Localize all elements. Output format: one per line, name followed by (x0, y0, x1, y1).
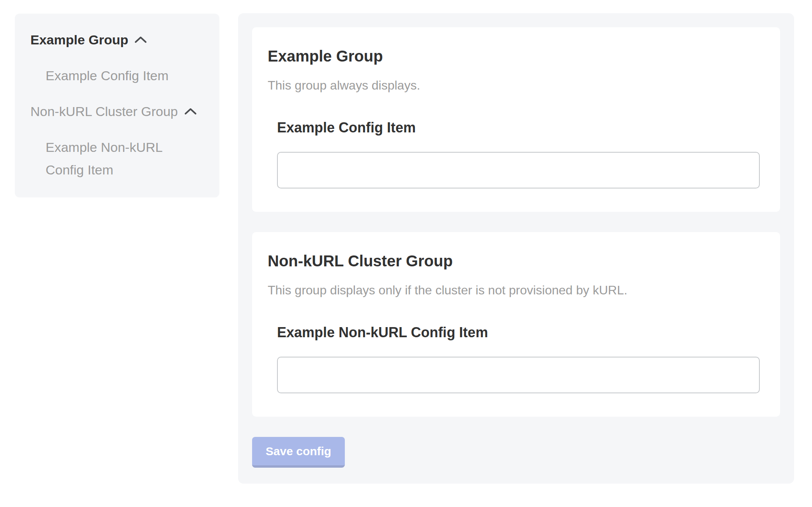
config-item: Example Non-kURL Config Item (277, 324, 760, 393)
config-item-label: Example Config Item (277, 119, 760, 136)
config-sidebar: Example Group Example Config Item Non-kU… (15, 14, 219, 197)
sidebar-group-label: Example Group (30, 32, 128, 48)
sidebar-item-example-config-item[interactable]: Example Config Item (46, 64, 194, 87)
save-config-button[interactable]: Save config (252, 437, 345, 468)
chevron-up-icon[interactable] (184, 107, 197, 115)
group-title: Non-kURL Cluster Group (268, 252, 764, 270)
config-item-input[interactable] (277, 357, 760, 393)
group-title: Example Group (268, 47, 764, 65)
sidebar-item-example-non-kurl-config-item[interactable]: Example Non-kURL Config Item (46, 136, 194, 181)
sidebar-group-label: Non-kURL Cluster Group (30, 103, 178, 120)
config-item-input[interactable] (277, 152, 760, 188)
group-description: This group displays only if the cluster … (268, 283, 764, 298)
config-item-label: Example Non-kURL Config Item (277, 324, 760, 341)
sidebar-group-example-group[interactable]: Example Group (30, 32, 204, 48)
config-main-panel: Example Group This group always displays… (238, 13, 794, 484)
group-description: This group always displays. (268, 78, 764, 93)
chevron-up-icon[interactable] (134, 36, 147, 44)
config-group-card-non-kurl-cluster-group: Non-kURL Cluster Group This group displa… (252, 232, 780, 417)
config-item: Example Config Item (277, 119, 760, 188)
sidebar-group-non-kurl-cluster-group[interactable]: Non-kURL Cluster Group (30, 103, 204, 120)
config-group-card-example-group: Example Group This group always displays… (252, 27, 780, 212)
